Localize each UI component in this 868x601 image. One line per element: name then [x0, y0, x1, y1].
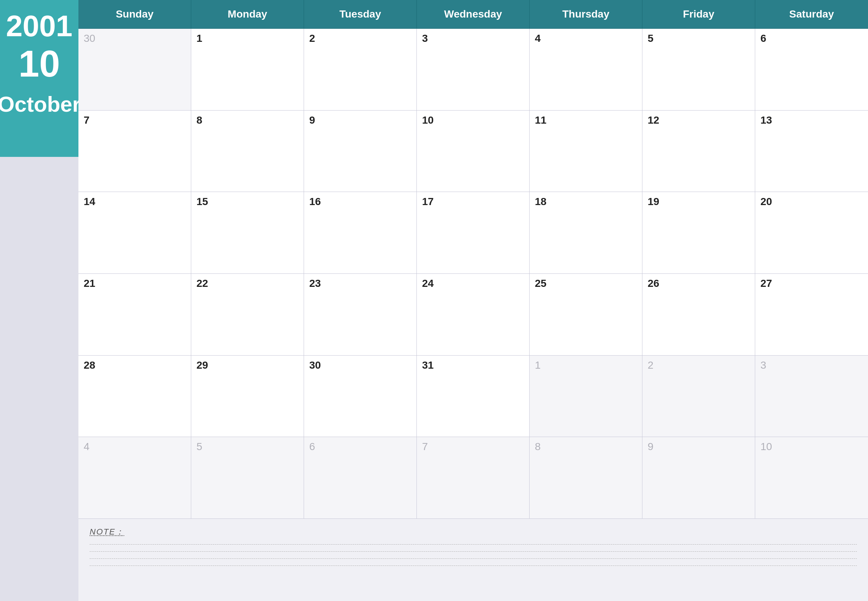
cal-cell: 1 — [191, 29, 304, 111]
cal-cell: 30 — [78, 29, 191, 111]
cal-date: 6 — [760, 32, 863, 44]
cal-cell: 3 — [755, 355, 868, 438]
notes-line-1 — [90, 544, 857, 545]
cal-date: 28 — [84, 359, 186, 371]
cal-date: 7 — [422, 441, 524, 453]
cal-date: 27 — [760, 278, 863, 290]
cal-cell: 21 — [78, 274, 191, 355]
cal-cell: 14 — [78, 192, 191, 274]
cal-cell: 12 — [642, 111, 755, 192]
cal-date: 20 — [760, 196, 863, 208]
cal-cell: 30 — [304, 355, 417, 438]
day-header-monday: Monday — [191, 0, 304, 29]
cal-date: 5 — [648, 32, 750, 44]
day-headers-row: SundayMondayTuesdayWednesdayThursdayFrid… — [78, 0, 868, 29]
cal-date: 31 — [422, 359, 524, 371]
cal-cell: 13 — [755, 111, 868, 192]
cal-cell: 7 — [78, 111, 191, 192]
cal-cell: 2 — [642, 355, 755, 438]
cal-date: 11 — [535, 114, 637, 126]
day-header-friday: Friday — [642, 0, 755, 29]
cal-cell: 29 — [191, 355, 304, 438]
cal-cell: 27 — [755, 274, 868, 355]
cal-date: 10 — [422, 114, 524, 126]
cal-cell: 4 — [78, 437, 191, 519]
cal-cell: 6 — [304, 437, 417, 519]
cal-cell: 6 — [755, 29, 868, 111]
cal-cell: 1 — [529, 355, 642, 438]
cal-date: 3 — [422, 32, 524, 44]
cal-date: 16 — [309, 196, 411, 208]
cal-date: 14 — [84, 196, 186, 208]
cal-cell: 31 — [417, 355, 529, 438]
cal-date: 8 — [535, 441, 637, 453]
notes-line-2 — [90, 551, 857, 552]
cal-date: 7 — [84, 114, 186, 126]
cal-date: 2 — [648, 359, 750, 371]
cal-date: 22 — [197, 278, 298, 290]
notes-line-3 — [90, 558, 857, 559]
cal-cell: 24 — [417, 274, 529, 355]
cal-date: 26 — [648, 278, 750, 290]
cal-cell: 19 — [642, 192, 755, 274]
cal-date: 30 — [309, 359, 411, 371]
cal-cell: 15 — [191, 192, 304, 274]
cal-cell: 2 — [304, 29, 417, 111]
cal-date: 15 — [197, 196, 298, 208]
cal-cell: 5 — [642, 29, 755, 111]
cal-date: 30 — [84, 32, 186, 44]
notes-label: NOTE： — [90, 526, 857, 537]
cal-cell: 11 — [529, 111, 642, 192]
sidebar: 2001 10 October — [0, 0, 78, 601]
calendar-area: SundayMondayTuesdayWednesdayThursdayFrid… — [78, 0, 868, 601]
day-header-wednesday: Wednesday — [417, 0, 529, 29]
cal-cell: 22 — [191, 274, 304, 355]
calendar-grid: 3012345678910111213141516171819202122232… — [78, 29, 868, 519]
notes-line-4 — [90, 566, 857, 566]
cal-date: 29 — [197, 359, 298, 371]
cal-cell: 16 — [304, 192, 417, 274]
cal-date: 8 — [197, 114, 298, 126]
day-header-saturday: Saturday — [755, 0, 868, 29]
day-header-thursday: Thursday — [529, 0, 642, 29]
cal-date: 19 — [648, 196, 750, 208]
month-name-label: October — [0, 93, 81, 115]
calendar-page: 2001 10 October SundayMondayTuesdayWedne… — [0, 0, 868, 601]
cal-cell: 10 — [755, 437, 868, 519]
cal-date: 2 — [309, 32, 411, 44]
cal-date: 3 — [760, 359, 863, 371]
cal-cell: 26 — [642, 274, 755, 355]
cal-date: 9 — [309, 114, 411, 126]
cal-cell: 3 — [417, 29, 529, 111]
cal-date: 9 — [648, 441, 750, 453]
cal-cell: 10 — [417, 111, 529, 192]
cal-cell: 25 — [529, 274, 642, 355]
cal-cell: 17 — [417, 192, 529, 274]
cal-date: 13 — [760, 114, 863, 126]
cal-cell: 23 — [304, 274, 417, 355]
cal-cell: 18 — [529, 192, 642, 274]
cal-date: 4 — [84, 441, 186, 453]
year-label: 2001 — [6, 11, 72, 41]
cal-date: 25 — [535, 278, 637, 290]
day-header-tuesday: Tuesday — [304, 0, 417, 29]
cal-date: 1 — [197, 32, 298, 44]
cal-cell: 8 — [529, 437, 642, 519]
cal-cell: 7 — [417, 437, 529, 519]
cal-cell: 4 — [529, 29, 642, 111]
cal-cell: 5 — [191, 437, 304, 519]
month-number-label: 10 — [18, 45, 60, 82]
cal-date: 6 — [309, 441, 411, 453]
notes-section: NOTE： — [78, 519, 868, 601]
cal-date: 12 — [648, 114, 750, 126]
cal-date: 18 — [535, 196, 637, 208]
cal-cell: 9 — [304, 111, 417, 192]
cal-date: 23 — [309, 278, 411, 290]
cal-date: 21 — [84, 278, 186, 290]
cal-date: 5 — [197, 441, 298, 453]
cal-cell: 28 — [78, 355, 191, 438]
day-header-sunday: Sunday — [78, 0, 191, 29]
cal-date: 10 — [760, 441, 863, 453]
cal-date: 4 — [535, 32, 637, 44]
cal-date: 1 — [535, 359, 637, 371]
